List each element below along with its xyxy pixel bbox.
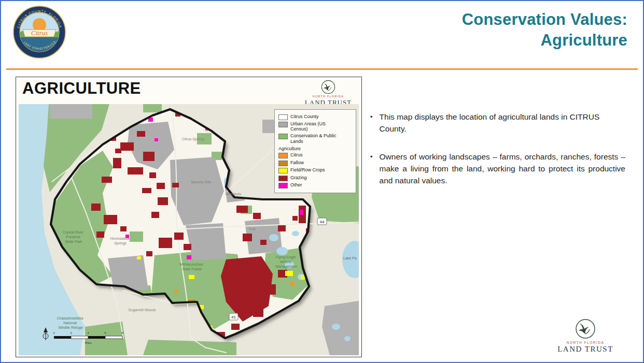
scale-tick: 6 — [104, 331, 106, 335]
scale-tick: 4 — [87, 331, 89, 335]
scale-tick: 8 — [121, 331, 123, 335]
legend-label: Conservation & Public Lands — [290, 133, 340, 144]
legend-label: Grazing — [290, 175, 307, 180]
legend-label: Citrus County — [290, 114, 319, 119]
legend-item-grazing: Grazing — [278, 175, 352, 181]
map-title: AGRICULTURE — [22, 79, 141, 98]
presentation-slide: Citrus CITRUS COUNTY, FLORIDA ESTABLISHE… — [0, 0, 644, 363]
legend-item-conservation-lands: Conservation & Public Lands — [278, 133, 352, 144]
legend-item-other: Other — [278, 182, 352, 188]
legend-label: Urban Areas (US Census) — [290, 121, 340, 132]
route-badge-44: 44 — [320, 220, 325, 224]
label-hernando: Hernando — [226, 192, 242, 196]
legend-swatch-fallow — [278, 161, 288, 166]
slide-title-line2: Agriculture — [462, 30, 627, 51]
label-trail: Trail — [248, 227, 256, 231]
legend-label: Fallow — [290, 160, 304, 165]
land-trust-bird-icon — [575, 318, 596, 339]
bullet-marker: • — [370, 151, 373, 187]
legend-item-citrus-county: Citrus County — [278, 114, 352, 120]
label-sugarmill-woods: Sugarmill Woods — [129, 308, 156, 312]
legend-label: Field/Row Crops — [290, 167, 325, 172]
slide-title-line1: Conservation Values: — [462, 9, 627, 30]
agriculture-map-panel: AGRICULTURE NORTH FLORIDA LAND TRUST — [16, 77, 362, 357]
bullet-text-1: This map displays the location of agricu… — [380, 111, 625, 135]
legend-item-citrus: Citrus — [278, 152, 352, 158]
land-trust-bird-icon — [321, 80, 335, 94]
legend-item-urban-areas: Urban Areas (US Census) — [278, 121, 352, 132]
legend-label: Other — [290, 182, 302, 187]
legend-group-header: Agriculture — [278, 146, 352, 151]
route-badge-41: 41 — [231, 315, 236, 320]
bullet-item-2: • Owners of working landscapes – farms, … — [370, 151, 625, 187]
legend-swatch-field-row-crops — [278, 168, 288, 173]
legend-label: Citrus — [290, 152, 303, 157]
scale-tick: 2 — [70, 331, 72, 335]
legend-swatch-conservation — [278, 134, 288, 139]
bullet-marker: • — [370, 111, 373, 135]
label-lake-panasoffkee: Lake Pa — [343, 256, 357, 260]
land-trust-name-bottom: LAND TRUST — [557, 345, 613, 354]
land-trust-name-top: NORTH FLORIDA — [567, 341, 604, 344]
map-legend: Citrus County Urban Areas (US Census) Co… — [274, 109, 356, 193]
land-trust-name-top: NORTH FLORIDA — [313, 95, 344, 98]
legend-swatch-urban-areas — [278, 122, 288, 127]
legend-swatch-citrus-county — [278, 114, 288, 120]
label-crystal-river-preserve: Crystal River Preserve State Park — [63, 230, 85, 243]
scale-unit: Miles — [85, 341, 92, 344]
land-trust-logo-footer: NORTH FLORIDA LAND TRUST — [552, 318, 619, 354]
legend-item-fallow: Fallow — [278, 160, 352, 166]
bullet-text-2: Owners of working landscapes – farms, or… — [380, 151, 625, 187]
land-trust-logo-small: NORTH FLORIDA LAND TRUST — [302, 80, 354, 107]
legend-item-field-row-crops: Field/Row Crops — [278, 167, 352, 173]
orange-divider-rule — [6, 68, 638, 70]
legend-swatch-grazing — [278, 176, 288, 181]
label-citrus-springs: Citrus Springs — [182, 137, 205, 141]
legend-swatch-citrus — [278, 153, 288, 158]
slide-title: Conservation Values: Agriculture — [462, 9, 627, 51]
slide-body-text: • This map displays the location of agri… — [370, 111, 625, 202]
legend-swatch-other — [278, 183, 288, 188]
bullet-item-1: • This map displays the location of agri… — [370, 111, 625, 135]
seal-banner-text: Citrus — [31, 29, 48, 37]
label-beverly-hills: Beverly Hills — [191, 180, 212, 184]
citrus-county-seal: Citrus CITRUS COUNTY, FLORIDA ESTABLISHE… — [12, 5, 66, 59]
scale-tick: 0 — [53, 331, 54, 335]
